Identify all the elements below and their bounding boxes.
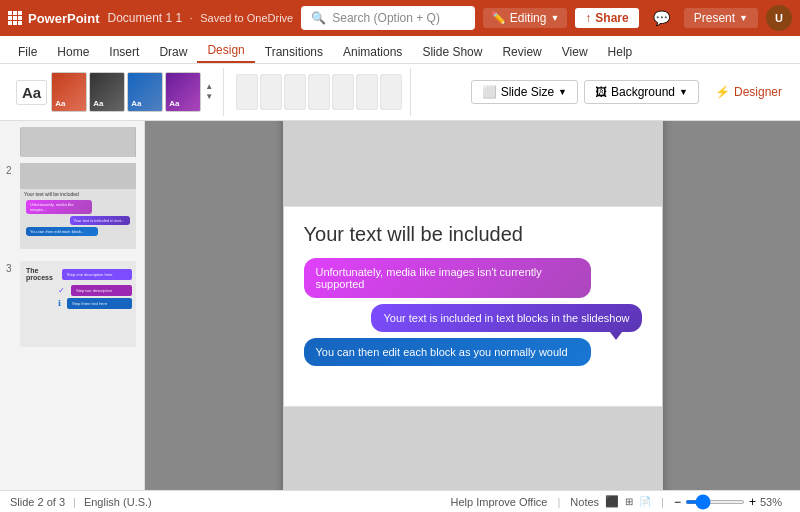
tab-transitions[interactable]: Transitions [255, 41, 333, 63]
slide-size-button[interactable]: ⬜ Slide Size ▼ [471, 80, 578, 104]
customize-swatch-6 [356, 74, 378, 110]
customize-swatch-2 [260, 74, 282, 110]
slide-2-bubble-1: Unfortunately, media like images... [26, 200, 92, 214]
slide-3-process-text: The process [24, 265, 55, 283]
tab-design[interactable]: Design [197, 39, 254, 63]
canvas-area: Your text will be included Unfortunately… [145, 121, 800, 490]
slide-3-row-1: The process Step one description here [24, 265, 132, 283]
normal-view-icon[interactable]: ⬛ [605, 495, 619, 508]
theme-variant-4[interactable]: Aa [165, 72, 201, 112]
ribbon: File Home Insert Draw Design Transitions… [0, 36, 800, 121]
chat-bubbles: Unfortunately, media like images isn't c… [304, 258, 642, 372]
theme-variant-1[interactable]: Aa [51, 72, 87, 112]
font-aa-swatch[interactable]: Aa [16, 80, 47, 105]
watermark: groovyPost.com [699, 445, 792, 460]
checkmark-icon: ✓ [58, 286, 65, 295]
reading-view-icon[interactable]: 📄 [639, 496, 651, 507]
tab-review[interactable]: Review [492, 41, 551, 63]
slide-thumb-2[interactable]: 2 Your text will be included Unfortunate… [20, 163, 138, 249]
share-icon: ↑ [585, 11, 591, 25]
tab-slide-show[interactable]: Slide Show [412, 41, 492, 63]
customize-swatch-3 [284, 74, 306, 110]
customize-swatch-4 [308, 74, 330, 110]
theme-variants-more[interactable]: ▲ ▼ [203, 72, 215, 112]
slide-sorter-icon[interactable]: ⊞ [625, 496, 633, 507]
background-icon: 🖼 [595, 85, 607, 99]
zoom-in-button[interactable]: + [749, 495, 756, 509]
chevron-down-icon: ▼ [739, 13, 748, 23]
tab-view[interactable]: View [552, 41, 598, 63]
slide-middle-section: Your text will be included Unfortunately… [284, 207, 662, 407]
slide-3-row-2: ✓ Step two description [58, 285, 132, 296]
grid-icon [8, 11, 22, 25]
main-area: 2 Your text will be included Unfortunate… [0, 121, 800, 490]
status-right: Help Improve Office | Notes ⬛ ⊞ 📄 | − + … [450, 495, 790, 509]
slide-bottom-section [284, 407, 662, 491]
info-icon: ℹ [58, 299, 61, 308]
comment-button[interactable]: 💬 [647, 7, 676, 29]
slide-3-purple-block-2: Step two description [71, 285, 132, 296]
ribbon-content: Aa Aa Aa Aa Aa ▲ ▼ [0, 64, 800, 120]
slide-3-purple-block-1: Step one description here [62, 269, 132, 280]
slide-title: Your text will be included [304, 223, 642, 246]
zoom-slider[interactable] [685, 500, 745, 504]
zoom-out-button[interactable]: − [674, 495, 681, 509]
tab-insert[interactable]: Insert [99, 41, 149, 63]
language-info: English (U.S.) [84, 496, 152, 508]
slide-thumb-1[interactable] [20, 127, 138, 157]
chat-arrow [610, 332, 622, 340]
slide-top-section [284, 121, 662, 207]
designer-button[interactable]: ⚡ Designer [705, 81, 792, 103]
zoom-control: − + 53% [674, 495, 790, 509]
chat-bubble-2: Your text is included in text blocks in … [371, 304, 641, 332]
status-icons: Notes ⬛ ⊞ 📄 [570, 495, 651, 508]
slide-middle-content: Your text will be included Unfortunately… [284, 207, 662, 388]
slide-2-top-img [20, 163, 136, 189]
background-button[interactable]: 🖼 Background ▼ [584, 80, 699, 104]
slide-thumb-3[interactable]: 3 The process Step one description here … [20, 261, 138, 347]
chevron-up-icon: ▲ [205, 83, 213, 91]
chat-bubble-1: Unfortunately, media like images isn't c… [304, 258, 591, 298]
present-button[interactable]: Present ▼ [684, 8, 758, 28]
slide-3-thumbnail: The process Step one description here ✓ … [20, 261, 136, 347]
avatar[interactable]: U [766, 5, 792, 31]
slide-panel: 2 Your text will be included Unfortunate… [0, 121, 145, 490]
chevron-down-icon: ▼ [558, 87, 567, 97]
tab-home[interactable]: Home [47, 41, 99, 63]
slide-2-number: 2 [6, 165, 12, 176]
theme-variants: Aa Aa Aa Aa ▲ ▼ [51, 72, 215, 112]
share-button[interactable]: ↑ Share [575, 8, 638, 28]
pencil-icon: ✏️ [491, 11, 506, 25]
slide-canvas: Your text will be included Unfortunately… [283, 121, 663, 490]
document-title: Document 1 1 · Saved to OneDrive [108, 11, 294, 25]
notes-button[interactable]: Notes [570, 496, 599, 508]
customize-group [228, 68, 411, 116]
customize-swatch-1 [236, 74, 258, 110]
tab-draw[interactable]: Draw [149, 41, 197, 63]
status-bar: Slide 2 of 3 | English (U.S.) Help Impro… [0, 490, 800, 512]
help-improve[interactable]: Help Improve Office [450, 496, 547, 508]
zoom-level[interactable]: 53% [760, 496, 790, 508]
customize-swatch-5 [332, 74, 354, 110]
ribbon-tabs: File Home Insert Draw Design Transitions… [0, 36, 800, 64]
slide-3-blue-block: Step three text here [67, 298, 132, 309]
slide-2-title: Your text will be included [20, 189, 136, 199]
theme-variant-3[interactable]: Aa [127, 72, 163, 112]
app-logo: PowerPoint [8, 11, 100, 26]
theme-group: Aa Aa Aa Aa Aa ▲ ▼ [8, 68, 224, 116]
slide-2-bubble-2: Your text is included in text... [70, 216, 131, 225]
tab-help[interactable]: Help [598, 41, 643, 63]
chevron-down-icon: ▼ [679, 87, 688, 97]
theme-variant-2[interactable]: Aa [89, 72, 125, 112]
ribbon-right: ⬜ Slide Size ▼ 🖼 Background ▼ ⚡ Designer [471, 80, 792, 104]
chevron-down-icon: ▼ [205, 93, 213, 101]
search-bar[interactable]: 🔍 Search (Option + Q) [301, 6, 475, 30]
tab-file[interactable]: File [8, 41, 47, 63]
slide-info: Slide 2 of 3 [10, 496, 65, 508]
editing-button[interactable]: ✏️ Editing ▼ [483, 8, 568, 28]
slide-bottom-image [284, 407, 662, 491]
slide-2-bubble-3: You can then edit each block... [26, 227, 98, 236]
tab-animations[interactable]: Animations [333, 41, 412, 63]
chevron-down-icon: ▼ [550, 13, 559, 23]
designer-icon: ⚡ [715, 85, 730, 99]
